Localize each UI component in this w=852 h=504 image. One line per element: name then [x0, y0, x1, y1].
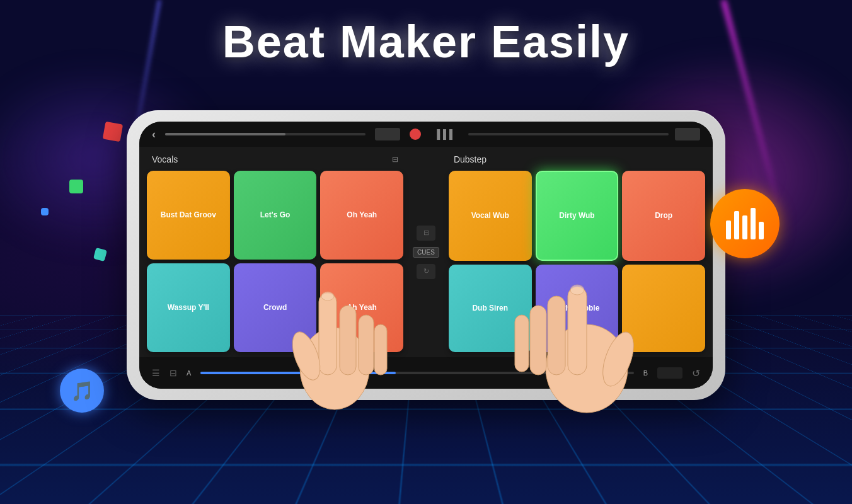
eq-bar-4 [751, 208, 756, 239]
undo-button[interactable]: ↺ [692, 367, 700, 379]
eq-bar-2 [734, 211, 739, 239]
svg-point-6 [321, 292, 334, 301]
page-title: Beat Maker Easily [0, 16, 852, 67]
loop-icon-btn[interactable]: ↻ [417, 264, 435, 279]
vocals-header: Vocals ⊟ [147, 152, 403, 167]
vocals-label: Vocals [152, 154, 178, 164]
pad-wassup-yall[interactable]: Wassup Y'II [147, 263, 230, 352]
settings-icon: ⊟ [423, 229, 429, 237]
svg-rect-4 [374, 324, 387, 375]
music-note-icon: 🎵 [60, 369, 104, 413]
hand-right [505, 243, 662, 419]
svg-rect-2 [340, 306, 356, 375]
cues-badge[interactable]: CUES [413, 247, 439, 258]
progress-fill [165, 133, 285, 135]
menu-btn[interactable] [675, 128, 700, 140]
settings-btn[interactable]: ⊟ [417, 226, 435, 241]
equalizer-bars-icon [726, 208, 764, 239]
back-button[interactable]: ‹ [152, 128, 156, 141]
pad-oh-yeah[interactable]: Oh Yeah [320, 171, 403, 260]
eq-bar-3 [742, 215, 747, 239]
float-square-red [103, 122, 123, 142]
hand-left [272, 255, 398, 413]
right-progress-bar [468, 133, 669, 135]
point-a-label: A [187, 369, 191, 377]
svg-rect-1 [319, 293, 337, 375]
bottom-menu-icon[interactable]: ☰ [152, 368, 160, 378]
svg-rect-9 [548, 296, 565, 375]
dubstep-header: Dubstep [449, 152, 705, 167]
loop-icon: ↻ [423, 267, 429, 275]
mixer-icon[interactable]: ⊟ [392, 155, 398, 164]
equalizer-circle[interactable] [710, 189, 780, 258]
eq-bar-5 [759, 222, 764, 239]
loop-btn[interactable] [375, 128, 400, 140]
svg-rect-10 [530, 306, 546, 375]
dubstep-label: Dubstep [454, 154, 486, 164]
float-square-green [69, 180, 83, 193]
eq-bar-1 [726, 220, 731, 239]
float-square-blue [41, 208, 49, 215]
hand-left-svg [272, 255, 398, 413]
svg-point-13 [570, 285, 584, 295]
record-button[interactable] [410, 129, 421, 140]
pad-lets-go[interactable]: Let's Go [234, 171, 317, 260]
phone-device: ‹ ▌▌▌ Vocals ⊟ Bu [127, 110, 725, 400]
center-controls: ⊟ CUES ↻ [410, 152, 442, 352]
hand-right-svg [505, 243, 662, 419]
top-progress-bar [165, 133, 366, 135]
waveform-icon: ▌▌▌ [437, 129, 456, 139]
svg-rect-3 [359, 315, 374, 375]
svg-rect-11 [515, 315, 529, 372]
pad-bust-dat-groov[interactable]: Bust Dat Groov [147, 171, 230, 260]
svg-rect-8 [568, 287, 587, 375]
phone-top-bar: ‹ ▌▌▌ [139, 122, 713, 147]
bottom-list-icon[interactable]: ⊟ [170, 368, 177, 378]
